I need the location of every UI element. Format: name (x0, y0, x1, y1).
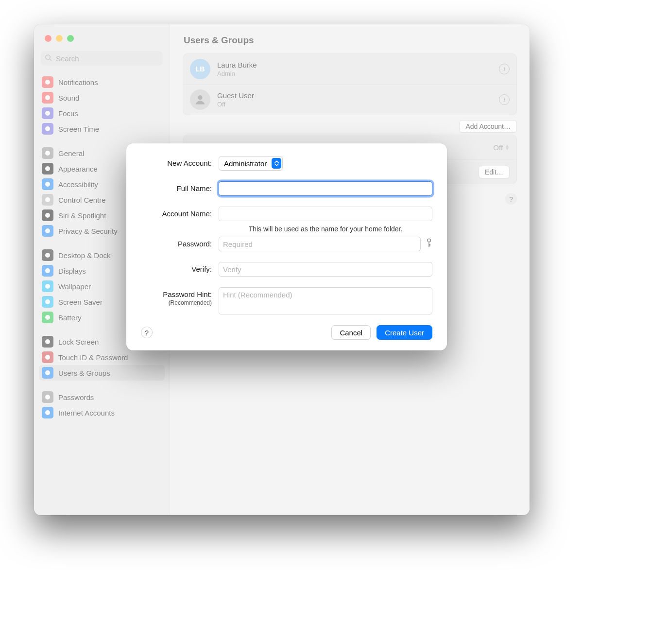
sidebar-icon (42, 296, 53, 308)
sidebar-item-label: Screen Saver (58, 298, 103, 306)
sidebar-icon (42, 249, 53, 261)
close-window-button[interactable] (45, 35, 51, 42)
verify-label: Verify: (141, 262, 219, 273)
sidebar-item-label: Passwords (58, 393, 94, 401)
sidebar-item-label: Displays (58, 267, 86, 275)
sidebar-item-label: Appearance (58, 165, 98, 173)
sidebar-icon (42, 178, 53, 190)
svg-point-7 (45, 111, 50, 116)
create-user-button[interactable]: Create User (377, 325, 432, 340)
password-hint-label: Password Hint: (Recommended) (141, 287, 219, 306)
add-account-button[interactable]: Add Account… (459, 120, 517, 133)
svg-point-39 (45, 395, 50, 400)
help-button[interactable]: ? (141, 327, 153, 338)
svg-point-5 (45, 95, 50, 100)
traffic-lights (45, 35, 74, 42)
svg-line-1 (50, 59, 51, 61)
svg-point-11 (45, 151, 50, 156)
minimize-window-button[interactable] (56, 35, 63, 42)
sidebar-icon (42, 280, 53, 292)
sidebar-icon (42, 407, 53, 418)
full-name-label: Full Name: (141, 181, 219, 192)
search-input[interactable] (55, 54, 159, 63)
sidebar-item-label: Sound (58, 94, 79, 102)
new-account-value: Administrator (224, 159, 267, 168)
sidebar-item-label: Privacy & Security (58, 227, 118, 235)
verify-input[interactable] (219, 262, 432, 277)
chevron-updown-icon: ▲▼ (505, 144, 510, 150)
sidebar-icon (42, 163, 53, 174)
edit-button[interactable]: Edit… (479, 166, 510, 178)
chevron-updown-icon (272, 158, 281, 169)
sidebar-icon (42, 312, 53, 323)
svg-point-41 (45, 410, 50, 415)
user-name: Laura Burke (217, 61, 257, 69)
sidebar-item-label: Control Centre (58, 196, 106, 204)
sidebar-item-label: Accessibility (58, 180, 98, 189)
svg-point-21 (45, 228, 50, 233)
svg-point-33 (45, 339, 50, 344)
new-account-select[interactable]: Administrator (219, 156, 283, 171)
user-role: Off (217, 101, 254, 108)
sidebar-item-label: Battery (58, 313, 82, 322)
account-name-input[interactable] (219, 207, 432, 221)
user-role: Admin (217, 70, 257, 77)
svg-point-43 (428, 239, 431, 242)
sidebar-item-touch-id-password[interactable]: Touch ID & Password (39, 349, 165, 365)
sidebar-item-label: Desktop & Dock (58, 251, 111, 260)
cancel-button[interactable]: Cancel (331, 325, 371, 340)
sidebar-icon (42, 367, 53, 379)
sidebar-item-focus[interactable]: Focus (39, 105, 165, 121)
search-icon (45, 54, 55, 63)
info-icon[interactable]: i (499, 64, 510, 74)
sidebar-icon (42, 123, 53, 135)
sidebar-item-label: Lock Screen (58, 338, 99, 346)
search-field[interactable] (41, 51, 163, 66)
user-name: Guest User (217, 91, 254, 100)
sidebar-icon (42, 336, 53, 348)
sidebar-item-label: Screen Time (58, 125, 99, 133)
svg-point-15 (45, 182, 50, 187)
new-account-label: New Account: (141, 156, 219, 167)
password-input[interactable] (219, 237, 421, 251)
svg-point-37 (45, 370, 50, 375)
sidebar-icon (42, 209, 53, 221)
info-icon[interactable]: i (499, 94, 510, 105)
sidebar-item-label: Internet Accounts (58, 409, 115, 417)
svg-point-23 (45, 253, 50, 258)
svg-point-29 (45, 299, 50, 304)
account-name-helper: This will be used as the name for your h… (219, 225, 432, 233)
password-hint-input[interactable] (219, 287, 432, 314)
sidebar-item-label: Users & Groups (58, 369, 110, 377)
setting-value: Off (493, 143, 503, 152)
sidebar-item-sound[interactable]: Sound (39, 90, 165, 105)
system-settings-window: NotificationsSoundFocusScreen TimeGenera… (34, 24, 530, 515)
svg-point-42 (198, 95, 202, 100)
user-row[interactable]: LB Laura Burke Admin i (183, 54, 516, 84)
sidebar-item-label: Wallpaper (58, 282, 91, 291)
sidebar-icon (42, 92, 53, 104)
zoom-window-button[interactable] (67, 35, 74, 42)
sidebar-item-label: Notifications (58, 78, 98, 87)
sidebar-item-passwords[interactable]: Passwords (39, 389, 165, 405)
avatar: LB (190, 59, 210, 79)
avatar (190, 89, 210, 110)
sidebar-item-users-groups[interactable]: Users & Groups (39, 365, 165, 381)
sidebar-icon (42, 265, 53, 277)
sidebar-icon (42, 225, 53, 237)
user-row[interactable]: Guest User Off i (183, 84, 516, 115)
sidebar-icon (42, 107, 53, 119)
sidebar-item-label: Touch ID & Password (58, 353, 128, 362)
svg-point-9 (45, 126, 50, 131)
sidebar-item-internet-accounts[interactable]: Internet Accounts (39, 405, 165, 420)
help-button[interactable]: ? (505, 193, 517, 205)
svg-point-31 (45, 315, 50, 320)
svg-point-25 (45, 268, 50, 273)
sidebar-icon (42, 194, 53, 206)
sidebar-item-notifications[interactable]: Notifications (39, 74, 165, 90)
sidebar-icon (42, 351, 53, 363)
svg-point-27 (45, 284, 50, 289)
key-icon[interactable] (426, 238, 432, 250)
sidebar-item-screen-time[interactable]: Screen Time (39, 121, 165, 137)
full-name-input[interactable] (219, 181, 432, 196)
